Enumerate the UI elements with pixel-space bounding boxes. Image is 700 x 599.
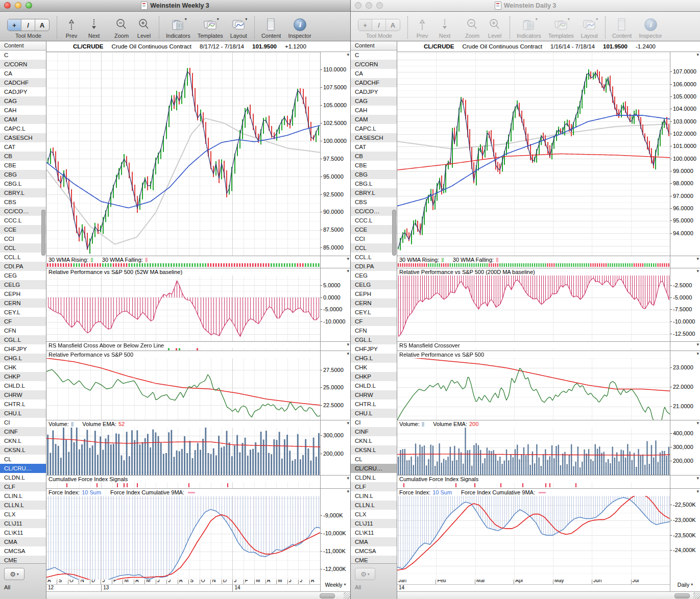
sidebar-item[interactable]: CCL: [0, 243, 46, 253]
sidebar-item[interactable]: CADCHF: [0, 78, 46, 87]
pane-menu-button[interactable]: ▾: [696, 268, 699, 273]
sidebar-item[interactable]: CMCSA: [351, 546, 397, 556]
sidebar-item[interactable]: CHRW: [351, 390, 397, 400]
sidebar-item[interactable]: CADCHF: [351, 78, 397, 87]
sidebar-item[interactable]: C: [351, 51, 397, 60]
close-button[interactable]: [4, 2, 11, 9]
sidebar-item[interactable]: CME: [351, 556, 397, 563]
sidebar-item[interactable]: CKN.L: [351, 436, 397, 445]
sidebar-item[interactable]: CHG.L: [0, 354, 46, 363]
line-tool-button[interactable]: /: [372, 19, 386, 31]
sidebar-item[interactable]: CAT: [0, 142, 46, 152]
sidebar-item[interactable]: CMCSA: [0, 546, 46, 556]
sidebar-action-button[interactable]: ⚙▾: [355, 568, 375, 580]
sidebar-item[interactable]: CL\J11: [351, 519, 397, 528]
pane-menu-button[interactable]: ▾: [696, 476, 699, 481]
pane-menu-button[interactable]: ▾: [347, 420, 349, 426]
sidebar-item[interactable]: CHLD.L: [0, 381, 46, 390]
sidebar-item[interactable]: CLX: [351, 510, 397, 519]
sidebar-item[interactable]: CADJPY: [351, 87, 397, 96]
timeframe-selector[interactable]: Weekly▾: [320, 578, 350, 591]
sidebar-item[interactable]: CEPH: [351, 289, 397, 298]
pane-menu-button[interactable]: ▾: [696, 52, 699, 57]
sidebar-item[interactable]: CAM: [0, 115, 46, 124]
sidebar-item[interactable]: CELG: [351, 280, 397, 289]
sidebar-item[interactable]: CCI: [351, 234, 397, 243]
sidebar-item[interactable]: CGL.L: [0, 335, 46, 344]
sidebar-scrollbar-thumb[interactable]: [41, 210, 45, 256]
sidebar-item[interactable]: C/CORN: [351, 60, 397, 69]
sidebar-item[interactable]: CBE: [0, 161, 46, 170]
line-tool-button[interactable]: /: [21, 19, 35, 31]
close-button[interactable]: [355, 2, 361, 9]
next-button[interactable]: Next: [86, 17, 102, 39]
minimize-button[interactable]: [15, 2, 21, 9]
sidebar-item[interactable]: CEPH: [0, 289, 46, 298]
minimize-button[interactable]: [366, 2, 372, 9]
force-index-pane-canvas[interactable]: [46, 496, 320, 580]
sidebar-item[interactable]: CLIN.L: [0, 491, 46, 501]
inspector-button[interactable]: i Inspector: [639, 17, 662, 39]
pane-menu-button[interactable]: ▾: [696, 256, 699, 261]
sidebar-item[interactable]: CB: [0, 152, 46, 161]
layout-button[interactable]: ▾ Layout: [581, 17, 598, 39]
pane-menu-button[interactable]: ▾: [347, 52, 349, 57]
force-index-pane-canvas[interactable]: [397, 496, 670, 580]
sidebar-action-button[interactable]: ⚙▾: [4, 568, 25, 580]
sidebar-item[interactable]: CLLN.L: [0, 501, 46, 510]
sidebar-item[interactable]: CBE: [351, 161, 397, 170]
window-titlebar[interactable]: Weinstein Daily 3: [351, 0, 700, 12]
sidebar-item[interactable]: CHK: [0, 363, 46, 372]
rp-pane-canvas[interactable]: [397, 358, 670, 420]
text-tool-button[interactable]: A: [35, 19, 49, 31]
sidebar-item[interactable]: CBG.L: [351, 179, 397, 188]
sidebar-item[interactable]: CHFJPY: [0, 344, 46, 354]
sidebar-item[interactable]: CERN: [0, 298, 46, 308]
sidebar-item[interactable]: CB: [351, 152, 397, 161]
sidebar-item[interactable]: CKSN.L: [351, 445, 397, 455]
sidebar-item[interactable]: CERN: [351, 298, 397, 308]
sidebar-item[interactable]: CEG: [0, 271, 46, 280]
sidebar-item[interactable]: CLF: [0, 482, 46, 491]
sidebar-item[interactable]: CCE: [351, 225, 397, 234]
horizontal-scrollbar[interactable]: [46, 591, 350, 599]
sidebar-item[interactable]: CGL.L: [351, 335, 397, 344]
sidebar-item[interactable]: CL/CRU…: [351, 464, 397, 473]
sidebar-item[interactable]: CFN: [351, 326, 397, 335]
window-daily[interactable]: Weinstein Daily 3 + / A Tool Mode Prev: [351, 0, 700, 599]
sidebar-item[interactable]: CHLD.L: [351, 381, 397, 390]
horizontal-scrollbar[interactable]: [397, 591, 700, 599]
rp-pane-canvas[interactable]: [46, 358, 320, 420]
sidebar-item[interactable]: CHU.L: [351, 409, 397, 418]
zoom-window-button[interactable]: [376, 2, 383, 9]
pane-menu-button[interactable]: ▾: [696, 342, 699, 347]
pointer-tool-button[interactable]: +: [8, 19, 21, 31]
sidebar-item[interactable]: CA: [0, 69, 46, 78]
sidebar-item[interactable]: CAH: [351, 106, 397, 115]
zoom-level-button[interactable]: Level: [487, 17, 502, 39]
sidebar-item[interactable]: CCE: [0, 225, 46, 234]
sidebar-item[interactable]: CL/CRU…: [0, 464, 46, 473]
rp-baseline-pane-canvas[interactable]: [46, 276, 320, 341]
sidebar-item[interactable]: CLDN.L: [351, 473, 397, 482]
sidebar-item[interactable]: CFN: [0, 326, 46, 335]
zoom-level-button[interactable]: Level: [136, 17, 152, 39]
sidebar-item[interactable]: CBG: [351, 170, 397, 179]
sidebar-item[interactable]: CAG: [351, 96, 397, 106]
hscroll-thumb[interactable]: [320, 593, 335, 598]
sidebar-item[interactable]: CDI.PA: [0, 262, 46, 271]
sidebar-item[interactable]: CF: [351, 317, 397, 326]
sidebar-item[interactable]: CCL: [351, 243, 397, 253]
sidebar-item[interactable]: CAT: [351, 142, 397, 152]
pane-menu-button[interactable]: ▾: [347, 342, 349, 347]
sidebar-item[interactable]: CHG.L: [351, 354, 397, 363]
sidebar-item[interactable]: CDI.PA: [351, 262, 397, 271]
sidebar-item[interactable]: CKSN.L: [0, 445, 46, 455]
sidebar-item[interactable]: CMA: [351, 537, 397, 546]
sidebar-item[interactable]: CHU.L: [0, 409, 46, 418]
pane-menu-button[interactable]: ▾: [696, 420, 699, 426]
templates-button[interactable]: ▾ Templates: [198, 17, 223, 39]
sidebar-item[interactable]: CAG: [0, 96, 46, 106]
sidebar-scrollbar-thumb[interactable]: [392, 210, 396, 256]
sidebar-item[interactable]: CAH: [0, 106, 46, 115]
